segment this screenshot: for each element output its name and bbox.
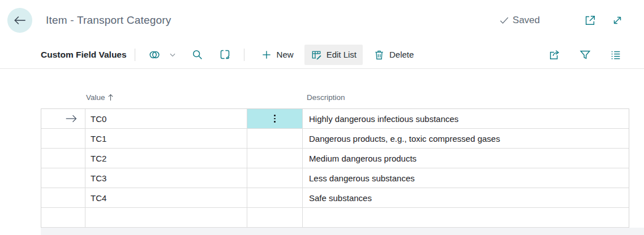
separator — [135, 49, 135, 61]
filter-icon[interactable] — [574, 45, 596, 64]
description-cell[interactable]: Safe substances — [303, 188, 629, 207]
list-area: Value Description TC0 — [0, 69, 644, 228]
row-indicator-cell — [41, 109, 85, 128]
edit-list-icon — [311, 49, 322, 60]
description-cell[interactable]: Less dangerous substances — [303, 168, 629, 188]
value-cell[interactable]: TC1 — [85, 129, 247, 148]
expand-icon[interactable] — [611, 14, 624, 27]
edit-list-button-label: Edit List — [327, 50, 357, 59]
value-cell[interactable]: TC3 — [85, 168, 247, 188]
analyze-icon[interactable] — [214, 45, 236, 64]
row-context-menu-cell[interactable] — [247, 168, 303, 188]
row-context-menu-cell[interactable] — [247, 188, 303, 207]
open-in-new-window-icon[interactable] — [584, 14, 596, 27]
separator — [244, 49, 244, 61]
pages-icon[interactable] — [143, 45, 166, 64]
row-context-menu-cell[interactable] — [247, 149, 303, 168]
chevron-down-icon[interactable] — [164, 47, 182, 62]
save-status-label: Saved — [513, 15, 540, 26]
new-button[interactable]: New — [255, 45, 300, 65]
column-headers: Value Description — [41, 69, 629, 108]
value-cell[interactable]: TC2 — [85, 149, 247, 168]
row-indicator-cell — [41, 149, 85, 168]
column-header-value[interactable]: Value — [85, 93, 247, 108]
row-indicator-cell — [41, 168, 85, 188]
row-indicator-cell — [41, 129, 85, 148]
content-background-strip — [41, 228, 644, 235]
edit-list-button[interactable]: Edit List — [304, 45, 363, 65]
row-indicator-cell — [41, 208, 85, 227]
list-caption[interactable]: Custom Field Values — [41, 50, 127, 60]
save-status: Saved — [499, 15, 540, 26]
row-indicator-cell — [41, 188, 85, 207]
table-row[interactable]: TC4 Safe substances — [41, 188, 629, 208]
description-cell[interactable] — [303, 208, 629, 227]
search-icon[interactable] — [186, 45, 208, 64]
back-button[interactable] — [7, 8, 32, 33]
action-bar: Custom Field Values New — [0, 41, 644, 69]
trash-icon — [373, 49, 385, 60]
sort-ascending-icon — [108, 94, 114, 101]
row-context-menu-cell[interactable] — [247, 208, 303, 227]
table-row[interactable]: TC2 Medium dangerous products — [41, 149, 629, 168]
title-bar: Item - Transport Category Saved — [0, 0, 644, 41]
table-row[interactable]: TC0 Highly dangerous infectious substanc… — [41, 109, 629, 129]
active-row-arrow-icon — [65, 114, 78, 123]
table-row-empty[interactable] — [41, 208, 629, 228]
delete-button[interactable]: Delete — [367, 45, 420, 65]
value-cell[interactable]: TC4 — [85, 188, 247, 207]
delete-button-label: Delete — [389, 50, 414, 59]
check-icon — [499, 15, 510, 26]
share-icon[interactable] — [543, 45, 566, 64]
back-arrow-icon — [12, 13, 27, 28]
page-title: Item - Transport Category — [46, 14, 171, 27]
row-context-menu-icon — [274, 115, 276, 123]
table-row[interactable]: TC3 Less dangerous substances — [41, 168, 629, 188]
column-header-description[interactable]: Description — [302, 93, 629, 108]
row-context-menu-cell[interactable] — [247, 109, 303, 128]
value-cell[interactable]: TC0 — [85, 109, 247, 128]
description-cell[interactable]: Highly dangerous infectious substances — [303, 109, 629, 128]
value-cell[interactable] — [85, 208, 247, 227]
new-button-label: New — [277, 50, 294, 59]
data-grid: TC0 Highly dangerous infectious substanc… — [41, 108, 629, 228]
choose-columns-icon[interactable] — [604, 45, 627, 64]
plus-icon — [261, 49, 272, 60]
row-context-menu-cell[interactable] — [247, 129, 303, 148]
description-cell[interactable]: Medium dangerous products — [303, 149, 629, 168]
description-cell[interactable]: Dangerous products, e.g., toxic compress… — [303, 129, 629, 148]
table-row[interactable]: TC1 Dangerous products, e.g., toxic comp… — [41, 129, 629, 149]
